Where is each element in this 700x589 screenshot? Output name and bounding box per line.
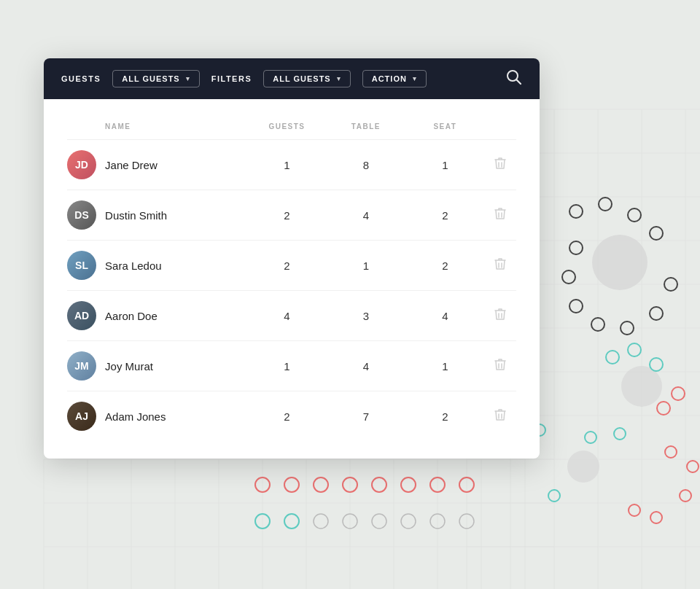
col-name: NAME (105, 117, 247, 140)
avatar-cell: AD (67, 291, 105, 341)
svg-point-64 (372, 477, 386, 492)
col-actions (485, 117, 516, 140)
guests-cell: 2 (247, 241, 326, 291)
name-cell: Aaron Doe (105, 291, 247, 341)
svg-point-61 (284, 477, 299, 492)
table-row: DS Dustin Smith 2 4 2 (67, 190, 516, 241)
svg-point-37 (628, 208, 641, 222)
name-cell: Jane Drew (105, 140, 247, 190)
chevron-down-icon: ▾ (186, 75, 190, 82)
col-table: TABLE (327, 117, 405, 140)
delete-cell[interactable] (485, 291, 516, 341)
svg-point-53 (657, 402, 670, 415)
table-row: SL Sara Ledou 2 1 2 (67, 241, 516, 291)
seat-cell: 1 (405, 140, 484, 190)
avatar: JM (67, 351, 96, 381)
guests-cell: 1 (247, 140, 326, 190)
svg-point-33 (621, 366, 662, 407)
seat-cell: 4 (405, 291, 484, 341)
name-cell: Sara Ledou (105, 241, 247, 291)
svg-line-77 (517, 79, 521, 84)
table-cell: 1 (327, 241, 405, 291)
delete-cell[interactable] (485, 341, 516, 391)
guests-cell: 2 (247, 391, 326, 442)
all-guests-dropdown-2[interactable]: ALL GUESTS ▾ (263, 70, 350, 87)
svg-point-49 (585, 432, 596, 443)
chevron-down-icon-2: ▾ (337, 75, 341, 82)
avatar-cell: JM (67, 341, 105, 391)
svg-point-55 (665, 446, 677, 458)
table-row: JD Jane Drew 1 8 1 (67, 140, 516, 190)
filters-label: FILTERS (211, 74, 252, 83)
avatar-cell: AJ (67, 391, 105, 442)
svg-point-48 (650, 358, 663, 371)
avatar-cell: SL (67, 241, 105, 291)
avatar: DS (67, 200, 96, 230)
svg-point-58 (629, 504, 640, 516)
name-cell: Joy Murat (105, 341, 247, 391)
avatar: AD (67, 301, 96, 330)
delete-cell[interactable] (485, 241, 516, 291)
delete-cell[interactable] (485, 140, 516, 190)
svg-point-65 (401, 477, 416, 492)
table-cell: 7 (327, 391, 405, 442)
seat-cell: 2 (405, 190, 484, 241)
svg-point-32 (592, 235, 648, 290)
seat-cell: 1 (405, 341, 484, 391)
table-cell: 3 (327, 291, 405, 341)
guests-cell: 1 (247, 341, 326, 391)
svg-point-35 (569, 205, 583, 218)
card-header: GUESTS ALL GUESTS ▾ FILTERS ALL GUESTS ▾… (44, 58, 540, 99)
svg-point-50 (614, 428, 626, 440)
name-cell: Dustin Smith (105, 190, 247, 241)
svg-point-39 (569, 241, 583, 254)
avatar-cell: DS (67, 190, 105, 241)
svg-point-38 (650, 227, 663, 240)
table-row: JM Joy Murat 1 4 1 (67, 341, 516, 391)
svg-point-34 (567, 450, 599, 483)
delete-cell[interactable] (485, 391, 516, 442)
table-cell: 4 (327, 190, 405, 241)
svg-point-70 (314, 514, 328, 528)
svg-point-62 (314, 477, 328, 492)
svg-point-72 (372, 514, 386, 528)
svg-point-59 (650, 512, 662, 523)
guests-cell: 4 (247, 291, 326, 341)
guest-list-card: GUESTS ALL GUESTS ▾ FILTERS ALL GUESTS ▾… (44, 58, 540, 459)
svg-point-56 (687, 461, 699, 472)
table-cell: 8 (327, 140, 405, 190)
all-guests-dropdown-1[interactable]: ALL GUESTS ▾ (112, 70, 199, 87)
chevron-down-icon-3: ▾ (413, 75, 417, 82)
svg-point-69 (284, 514, 299, 528)
avatar-cell: JD (67, 140, 105, 190)
name-cell: Adam Jones (105, 391, 247, 442)
avatar: SL (67, 251, 96, 280)
delete-cell[interactable] (485, 190, 516, 241)
action-dropdown[interactable]: ACTION ▾ (362, 70, 427, 87)
avatar: AJ (67, 402, 96, 431)
svg-point-40 (562, 270, 575, 284)
guest-table-container: NAME GUESTS TABLE SEAT JD Jane Drew 1 8 … (44, 99, 540, 459)
table-row: AD Aaron Doe 4 3 4 (67, 291, 516, 341)
svg-point-44 (650, 307, 663, 320)
col-seat: SEAT (405, 117, 484, 140)
svg-point-46 (606, 351, 619, 364)
search-icon[interactable] (506, 69, 522, 89)
seat-cell: 2 (405, 391, 484, 442)
svg-point-54 (672, 387, 685, 400)
guests-label: GUESTS (61, 74, 101, 83)
seat-cell: 2 (405, 241, 484, 291)
col-avatar (67, 117, 105, 140)
svg-point-41 (569, 300, 583, 313)
table-cell: 4 (327, 341, 405, 391)
guest-table: NAME GUESTS TABLE SEAT JD Jane Drew 1 8 … (67, 117, 516, 441)
avatar: JD (67, 150, 96, 179)
guests-cell: 2 (247, 190, 326, 241)
table-row: AJ Adam Jones 2 7 2 (67, 391, 516, 442)
svg-point-47 (628, 343, 641, 356)
svg-point-73 (401, 514, 416, 528)
svg-point-36 (599, 198, 612, 211)
col-guests: GUESTS (247, 117, 326, 140)
